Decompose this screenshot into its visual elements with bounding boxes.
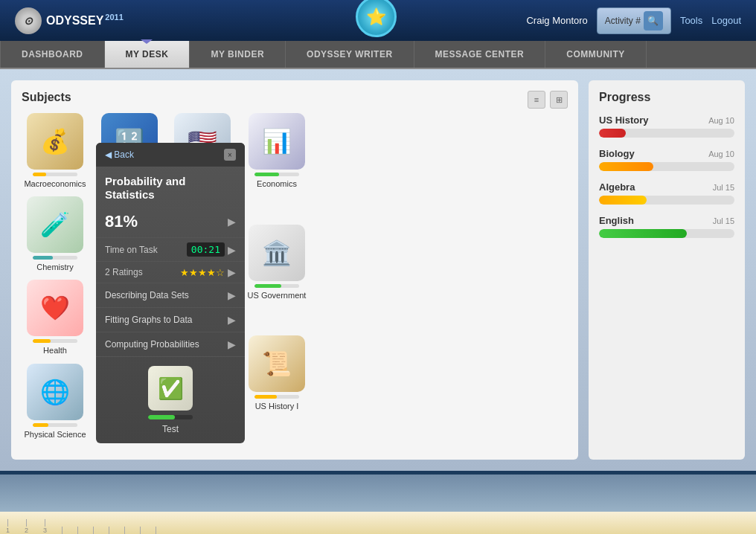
ratings-row: 2 Ratings ★★★★☆ ▶ bbox=[96, 261, 245, 283]
progress-ushistory: US History Aug 10 bbox=[599, 115, 734, 138]
grid-view-button[interactable]: ⊞ bbox=[550, 91, 568, 109]
star-icon: ⭐ bbox=[356, 0, 397, 37]
stars-display: ★★★★☆ bbox=[180, 267, 225, 278]
progress-ushistory-name: US History bbox=[599, 115, 648, 126]
usgovt-icon: 🏛️ bbox=[249, 225, 305, 281]
health-progress bbox=[33, 339, 77, 343]
menu-item-computing[interactable]: Computing Probabilities ▶ bbox=[96, 332, 245, 356]
user-name: Craig Montoro bbox=[526, 15, 587, 26]
health-label: Health bbox=[43, 346, 67, 356]
logo-icon: ⊙ bbox=[15, 7, 42, 34]
computing-arrow: ▶ bbox=[228, 338, 236, 350]
economics-progress bbox=[254, 173, 299, 176]
star-decoration: ⭐ bbox=[356, 0, 400, 41]
activity-button[interactable]: Activity # 🔍 bbox=[597, 7, 671, 34]
search-icon[interactable]: 🔍 bbox=[644, 11, 663, 30]
dropdown-subject-title: Probability and Statistics bbox=[105, 175, 236, 202]
timer-display: 00:21 bbox=[187, 242, 225, 257]
logo-year: 2011 bbox=[105, 13, 123, 22]
subject-ushistory1[interactable]: 📜 US History I bbox=[243, 335, 310, 440]
ruler: 1 2 3 bbox=[0, 512, 756, 534]
progress-title: Progress bbox=[599, 91, 734, 104]
subject-physci[interactable]: 🌐 Physical Science bbox=[22, 364, 89, 440]
economics-label: Economics bbox=[257, 179, 297, 189]
close-button[interactable]: × bbox=[224, 149, 236, 161]
percent-badge: 81% bbox=[105, 212, 138, 231]
macroeconomics-icon: 💰 bbox=[27, 113, 83, 170]
usgovt-progress bbox=[254, 284, 299, 288]
progress-ushistory-bar bbox=[599, 129, 734, 138]
main-content: Subjects ≡ ⊞ 💰 Macroeconomics 🔢 bbox=[0, 69, 756, 471]
progress-biology-date: Aug 10 bbox=[708, 149, 734, 158]
progress-algebra-date: Jul 15 bbox=[713, 183, 734, 192]
test-item-area: ✅ Test bbox=[96, 356, 245, 443]
logo-text: ODYSSEY2011 bbox=[46, 13, 124, 28]
header: ⭐ ⊙ ODYSSEY2011 Craig Montoro Activity #… bbox=[0, 0, 756, 41]
physci-progress bbox=[33, 423, 77, 427]
progress-biology-name: Biology bbox=[599, 148, 635, 159]
ushistory1-label: US History I bbox=[255, 402, 299, 411]
view-toggle: ≡ ⊞ bbox=[528, 91, 568, 109]
subject-macroeconomics[interactable]: 💰 Macroeconomics bbox=[22, 113, 89, 189]
progress-english: English Jul 15 bbox=[599, 215, 734, 238]
progress-english-name: English bbox=[599, 215, 634, 226]
header-right: Craig Montoro Activity # 🔍 Tools Logout bbox=[526, 7, 741, 34]
progress-ushistory-date: Aug 10 bbox=[708, 116, 734, 125]
physci-icon: 🌐 bbox=[27, 364, 83, 420]
dropdown-header: ◀ Back × bbox=[96, 143, 245, 167]
list-view-button[interactable]: ≡ bbox=[528, 91, 545, 109]
back-button[interactable]: ◀ Back bbox=[105, 149, 134, 160]
menu-item-describing[interactable]: Describing Data Sets ▶ bbox=[96, 283, 245, 307]
subject-chemistry[interactable]: 🧪 Chemistry bbox=[22, 196, 89, 272]
logout-link[interactable]: Logout bbox=[711, 15, 741, 26]
test-progress-fill bbox=[148, 415, 175, 419]
ushistory1-progress bbox=[254, 395, 299, 399]
tab-community[interactable]: COMMUNITY bbox=[545, 41, 647, 68]
menu-item-fitting[interactable]: Fitting Graphs to Data ▶ bbox=[96, 307, 245, 332]
time-on-task-row: Time on Task 00:21 ▶ bbox=[96, 237, 245, 261]
subjects-panel: Subjects ≡ ⊞ 💰 Macroeconomics 🔢 bbox=[11, 80, 578, 460]
test-progress-bar bbox=[148, 415, 193, 419]
ushistory1-icon: 📜 bbox=[249, 335, 305, 392]
percent-arrow[interactable]: ▶ bbox=[228, 216, 236, 228]
tab-messagecenter[interactable]: MESSAGE CENTER bbox=[414, 41, 546, 68]
progress-biology-bar bbox=[599, 162, 734, 171]
tab-odysseywriter[interactable]: ODYSSEY WRITER bbox=[286, 41, 414, 68]
test-icon[interactable]: ✅ bbox=[148, 366, 193, 411]
logo: ⊙ ODYSSEY2011 bbox=[15, 7, 124, 34]
progress-biology: Biology Aug 10 bbox=[599, 148, 734, 171]
describing-arrow: ▶ bbox=[228, 289, 236, 301]
subject-economics[interactable]: 📊 Economics bbox=[243, 113, 310, 217]
chemistry-progress bbox=[33, 256, 77, 260]
nav-tabs: DASHBOARD MY DESK MY BINDER ODYSSEY WRIT… bbox=[0, 41, 756, 69]
macroeconomics-label: Macroeconomics bbox=[24, 179, 86, 189]
subjects-title: Subjects bbox=[22, 91, 568, 104]
progress-panel: Progress US History Aug 10 Biology Aug 1… bbox=[589, 80, 745, 460]
all-subjects-area: 💰 Macroeconomics 🔢 Algebra I 🧪 bbox=[22, 113, 568, 440]
economics-icon: 📊 bbox=[249, 113, 305, 170]
timer-arrow[interactable]: ▶ bbox=[228, 244, 236, 256]
usgovt-label: US Government bbox=[248, 291, 307, 300]
tools-link[interactable]: Tools bbox=[680, 15, 702, 26]
physci-label: Physical Science bbox=[24, 430, 86, 440]
dropdown-title-area: Probability and Statistics bbox=[96, 167, 245, 209]
progress-algebra-bar bbox=[599, 196, 734, 205]
progress-algebra: Algebra Jul 15 bbox=[599, 181, 734, 205]
bottom-decoration: 1 2 3 bbox=[0, 475, 756, 534]
ratings-arrow[interactable]: ▶ bbox=[228, 266, 236, 278]
fitting-arrow: ▶ bbox=[228, 314, 236, 326]
health-icon: ❤️ bbox=[27, 280, 83, 336]
tab-mydesk[interactable]: MY DESK bbox=[105, 41, 190, 68]
tab-mybinder[interactable]: MY BINDER bbox=[190, 41, 286, 68]
progress-english-date: Jul 15 bbox=[713, 216, 734, 225]
progress-english-bar bbox=[599, 229, 734, 238]
ruler-marks: 1 2 3 bbox=[6, 512, 156, 534]
progress-algebra-name: Algebra bbox=[599, 181, 635, 193]
chemistry-label: Chemistry bbox=[36, 263, 74, 272]
tab-dashboard[interactable]: DASHBOARD bbox=[0, 41, 105, 68]
subject-health[interactable]: ❤️ Health bbox=[22, 280, 89, 356]
test-label: Test bbox=[162, 424, 179, 434]
chemistry-icon: 🧪 bbox=[27, 196, 83, 253]
macroeconomics-progress bbox=[33, 173, 77, 176]
subject-usgovt[interactable]: 🏛️ US Government bbox=[243, 225, 310, 329]
